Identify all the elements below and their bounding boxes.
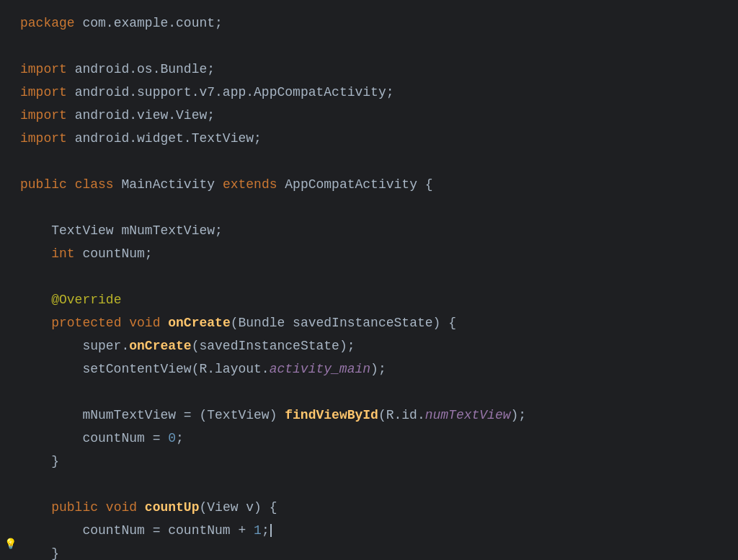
line-text (20, 151, 724, 172)
token (20, 316, 51, 330)
code-line: @Override (6, 290, 724, 313)
text-cursor (270, 524, 272, 537)
token: android.widget.TextView; (75, 131, 262, 146)
token: ); (370, 362, 386, 376)
code-line: import android.widget.TextView; (6, 128, 724, 151)
token: countUp (145, 500, 200, 515)
token: protected (51, 316, 129, 330)
line-text (20, 474, 724, 495)
line-text: countNum = countNum + 1; (20, 520, 724, 541)
token: 1 (254, 523, 262, 538)
token: ; (176, 431, 184, 445)
token: android.support.v7.app.AppCompatActivity… (75, 85, 394, 99)
code-line: mNumTextView = (TextView) findViewById(R… (6, 405, 724, 428)
token: 0 (168, 431, 176, 445)
token (20, 246, 51, 261)
line-text: int countNum; (20, 244, 724, 265)
token: public (51, 500, 106, 515)
token: (Bundle savedInstanceState) { (231, 316, 456, 330)
token: findViewById (285, 408, 378, 422)
token: (View v) { (199, 500, 277, 515)
line-text (20, 36, 724, 57)
line-text: @Override (20, 290, 724, 311)
code-line: setContentView(R.layout.activity_main); (6, 359, 724, 382)
token: void (129, 316, 168, 330)
code-line (6, 151, 724, 174)
line-text: protected void onCreate(Bundle savedInst… (20, 313, 724, 334)
line-text: mNumTextView = (TextView) findViewById(R… (20, 405, 724, 426)
token: AppCompatActivity { (285, 177, 432, 192)
token: mNumTextView = (TextView) (20, 408, 285, 422)
line-text: super.onCreate(savedInstanceState); (20, 336, 724, 357)
token: super. (20, 339, 129, 353)
code-line (6, 474, 724, 497)
token: extends (223, 177, 285, 192)
token: countNum; (82, 246, 152, 261)
token: import (20, 62, 75, 76)
token: import (20, 131, 75, 146)
code-line (6, 36, 724, 59)
token: MainActivity (121, 177, 222, 192)
line-text: import android.support.v7.app.AppCompatA… (20, 82, 724, 103)
token: onCreate (168, 316, 230, 330)
token: onCreate (129, 339, 191, 353)
code-line: public class MainActivity extends AppCom… (6, 174, 724, 197)
token: ; (262, 523, 270, 538)
code-line: import android.support.v7.app.AppCompatA… (6, 82, 724, 105)
code-line: int countNum; (6, 244, 724, 267)
line-text: public class MainActivity extends AppCom… (20, 174, 724, 195)
line-text: TextView mNumTextView; (20, 221, 724, 241)
line-text: } (20, 543, 724, 560)
line-text: import android.widget.TextView; (20, 128, 724, 149)
token: int (51, 246, 82, 261)
code-line: } (6, 451, 724, 474)
token: @Override (51, 293, 121, 307)
token: ); (511, 408, 527, 422)
line-text (20, 382, 724, 403)
token: import (20, 85, 75, 99)
token: void (106, 500, 145, 515)
line-text: setContentView(R.layout.activity_main); (20, 359, 724, 380)
code-line: import android.view.View; (6, 105, 724, 128)
code-line (6, 267, 724, 290)
line-text (20, 197, 724, 218)
code-line: protected void onCreate(Bundle savedInst… (6, 313, 724, 336)
token: activity_main (270, 362, 370, 376)
code-line: countNum = 0; (6, 428, 724, 451)
line-text: import android.os.Bundle; (20, 59, 724, 80)
token: public (20, 177, 75, 192)
token: class (75, 177, 122, 192)
line-text: package com.example.count; (20, 13, 724, 34)
token: setContentView(R.layout. (20, 362, 270, 376)
token: countNum = countNum + (20, 523, 254, 538)
code-line: import android.os.Bundle; (6, 59, 724, 82)
code-line: public void countUp(View v) { (6, 497, 724, 520)
line-text (20, 267, 724, 288)
token: (savedInstanceState); (192, 339, 355, 353)
token (20, 293, 51, 307)
code-line: TextView mNumTextView; (6, 221, 724, 244)
token: numTextView (425, 408, 511, 422)
token: (R.id. (378, 408, 425, 422)
code-line: package com.example.count; (6, 13, 724, 36)
code-line: 💡 countNum = countNum + 1; (6, 520, 724, 543)
token: TextView (20, 223, 121, 238)
token: mNumTextView; (121, 223, 222, 238)
code-line (6, 382, 724, 405)
code-line: } (6, 543, 724, 560)
line-text: } (20, 451, 724, 472)
token: com.example.count; (82, 16, 222, 30)
code-line (6, 197, 724, 221)
token: android.view.View; (75, 108, 215, 123)
line-text: countNum = 0; (20, 428, 724, 449)
token: android.os.Bundle; (75, 62, 215, 76)
code-line: super.onCreate(savedInstanceState); (6, 336, 724, 359)
line-text: public void countUp(View v) { (20, 497, 724, 518)
token: package (20, 16, 82, 30)
token: import (20, 108, 75, 123)
token (20, 500, 51, 515)
token: } (20, 546, 59, 560)
token: } (20, 454, 59, 468)
code-editor: package com.example.count; import androi… (0, 0, 738, 560)
line-text: import android.view.View; (20, 105, 724, 126)
